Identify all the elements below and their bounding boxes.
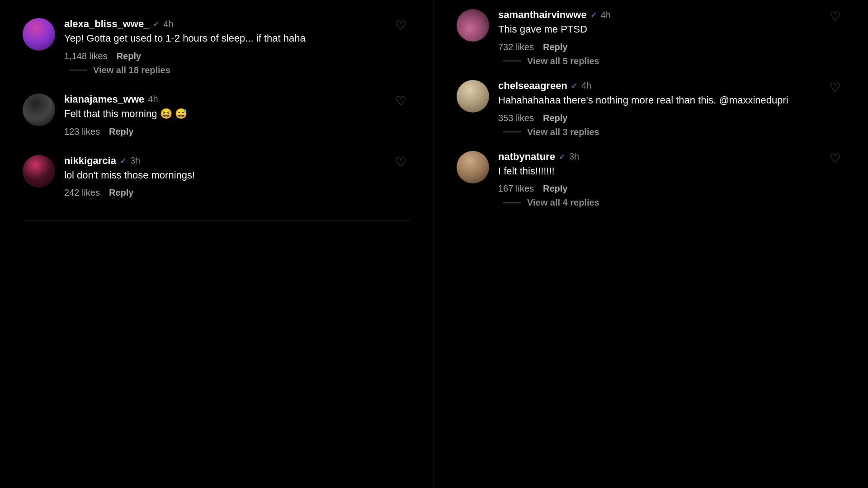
- comment-item-alexa: alexa_bliss_wwe_✓4hYep! Gotta get used t…: [23, 18, 411, 75]
- timestamp-nikki: 3h: [130, 155, 140, 166]
- reply-button-kiana[interactable]: Reply: [109, 127, 133, 137]
- comment-text-samantha: This gave me PTSD: [498, 23, 845, 37]
- verified-icon-samantha: ✓: [590, 10, 597, 20]
- heart-icon-kiana[interactable]: ♡: [395, 94, 406, 108]
- comment-content-alexa: alexa_bliss_wwe_✓4hYep! Gotta get used t…: [64, 18, 411, 75]
- comment-actions-alexa: 1,148 likesReply: [64, 51, 411, 61]
- reply-button-chelsea[interactable]: Reply: [543, 113, 567, 123]
- comment-content-samantha: samanthairvinwwe✓4hThis gave me PTSD732 …: [498, 9, 845, 66]
- comment-item-kiana: kianajames_wwe4hFelt that this morning 😆…: [23, 94, 411, 137]
- comment-text-alexa: Yep! Gotta get used to 1-2 hours of slee…: [64, 32, 411, 46]
- heart-icon-chelsea[interactable]: ♡: [830, 80, 841, 95]
- comment-text-chelsea: Hahahahahaa there's nothing more real th…: [498, 94, 845, 108]
- heart-icon-nikki[interactable]: ♡: [395, 155, 406, 170]
- likes-alexa: 1,148 likes: [64, 51, 108, 61]
- timestamp-samantha: 4h: [601, 10, 611, 20]
- view-replies-text-alexa: View all 18 replies: [93, 65, 170, 75]
- verified-icon-natby: ✓: [559, 152, 566, 162]
- reply-button-samantha[interactable]: Reply: [543, 42, 567, 52]
- comment-actions-samantha: 732 likesReply: [498, 42, 845, 52]
- heart-icon-alexa[interactable]: ♡: [395, 18, 406, 33]
- view-replies-line-natby: [503, 202, 521, 203]
- comment-item-nikki: nikkigarcia✓3hlol don't miss those morni…: [23, 155, 411, 198]
- comment-text-kiana: Felt that this morning 😆 😅: [64, 107, 411, 121]
- comment-header-nikki: nikkigarcia✓3h: [64, 155, 411, 167]
- verified-icon-alexa: ✓: [153, 19, 160, 29]
- comment-header-chelsea: chelseaagreen✓4h: [498, 80, 845, 92]
- reply-button-nikki[interactable]: Reply: [109, 188, 133, 198]
- comment-text-natby: I felt this!!!!!!!: [498, 164, 845, 178]
- username-nikki[interactable]: nikkigarcia: [64, 155, 116, 167]
- view-replies-line-chelsea: [503, 131, 521, 132]
- heart-icon-natby[interactable]: ♡: [830, 151, 841, 166]
- comment-content-natby: natbynature✓3hI felt this!!!!!!!167 like…: [498, 151, 845, 208]
- comment-actions-kiana: 123 likesReply: [64, 127, 411, 137]
- username-natby[interactable]: natbynature: [498, 151, 555, 163]
- comment-actions-nikki: 242 likesReply: [64, 188, 411, 198]
- comment-content-nikki: nikkigarcia✓3hlol don't miss those morni…: [64, 155, 411, 198]
- username-samantha[interactable]: samanthairvinwwe: [498, 9, 587, 21]
- right-comments-column: samanthairvinwwe✓4hThis gave me PTSD732 …: [434, 0, 868, 488]
- username-alexa[interactable]: alexa_bliss_wwe_: [64, 18, 149, 30]
- avatar-natby: [457, 151, 489, 183]
- view-replies-samantha[interactable]: View all 5 replies: [503, 56, 845, 66]
- left-comments-column: alexa_bliss_wwe_✓4hYep! Gotta get used t…: [0, 0, 434, 488]
- comment-text-nikki: lol don't miss those mornings!: [64, 169, 411, 183]
- avatar-kiana: [23, 94, 55, 126]
- timestamp-chelsea: 4h: [581, 80, 591, 91]
- reply-button-natby[interactable]: Reply: [543, 183, 567, 194]
- timestamp-kiana: 4h: [148, 94, 158, 104]
- comment-actions-chelsea: 353 likesReply: [498, 113, 845, 123]
- comment-header-alexa: alexa_bliss_wwe_✓4h: [64, 18, 411, 30]
- likes-chelsea: 353 likes: [498, 113, 534, 123]
- comment-actions-natby: 167 likesReply: [498, 183, 845, 194]
- comment-item-chelsea: chelseaagreen✓4hHahahahahaa there's noth…: [457, 80, 845, 137]
- avatar-chelsea: [457, 80, 489, 113]
- likes-kiana: 123 likes: [64, 127, 100, 137]
- view-replies-alexa[interactable]: View all 18 replies: [69, 65, 411, 75]
- comment-content-chelsea: chelseaagreen✓4hHahahahahaa there's noth…: [498, 80, 845, 137]
- verified-icon-chelsea: ✓: [571, 81, 578, 91]
- comment-item-natby: natbynature✓3hI felt this!!!!!!!167 like…: [457, 151, 845, 208]
- view-replies-line-samantha: [503, 61, 521, 61]
- username-kiana[interactable]: kianajames_wwe: [64, 94, 144, 105]
- username-chelsea[interactable]: chelseaagreen: [498, 80, 567, 92]
- avatar-nikki: [23, 155, 55, 188]
- comment-item-samantha: samanthairvinwwe✓4hThis gave me PTSD732 …: [457, 9, 845, 66]
- avatar-samantha: [457, 9, 489, 42]
- comment-content-kiana: kianajames_wwe4hFelt that this morning 😆…: [64, 94, 411, 137]
- view-replies-line-alexa: [69, 70, 87, 70]
- left-column-divider: [23, 221, 411, 221]
- reply-button-alexa[interactable]: Reply: [117, 51, 141, 61]
- timestamp-alexa: 4h: [163, 19, 173, 29]
- likes-natby: 167 likes: [498, 183, 534, 194]
- view-replies-text-natby: View all 4 replies: [527, 197, 599, 208]
- comments-panel: alexa_bliss_wwe_✓4hYep! Gotta get used t…: [0, 0, 868, 488]
- likes-samantha: 732 likes: [498, 42, 534, 52]
- comment-header-natby: natbynature✓3h: [498, 151, 845, 163]
- comment-header-kiana: kianajames_wwe4h: [64, 94, 411, 105]
- comment-header-samantha: samanthairvinwwe✓4h: [498, 9, 845, 21]
- view-replies-chelsea[interactable]: View all 3 replies: [503, 127, 845, 137]
- likes-nikki: 242 likes: [64, 188, 100, 198]
- view-replies-text-samantha: View all 5 replies: [527, 56, 599, 66]
- avatar-alexa: [23, 18, 55, 51]
- view-replies-natby[interactable]: View all 4 replies: [503, 197, 845, 208]
- timestamp-natby: 3h: [569, 151, 579, 162]
- heart-icon-samantha[interactable]: ♡: [830, 9, 841, 24]
- verified-icon-nikki: ✓: [120, 156, 127, 166]
- view-replies-text-chelsea: View all 3 replies: [527, 127, 599, 137]
